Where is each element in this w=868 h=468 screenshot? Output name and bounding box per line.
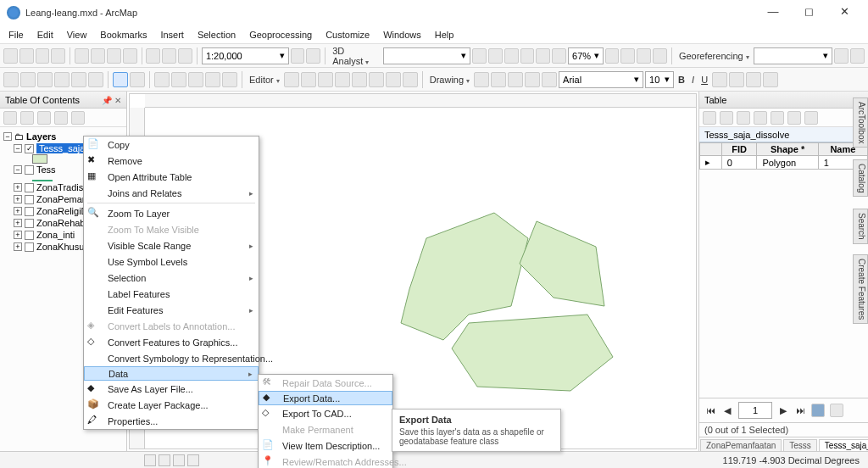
table-tab[interactable]: Tesss_saja_dissolve bbox=[819, 439, 868, 451]
attribute-table[interactable]: FIDShape *Name ▸0Polygon1 bbox=[699, 142, 868, 170]
delete-sel-icon[interactable] bbox=[804, 111, 818, 125]
sidetab-search[interactable]: Search bbox=[853, 209, 868, 244]
select-graphic-icon[interactable] bbox=[474, 72, 489, 87]
gr1-icon[interactable] bbox=[834, 48, 849, 64]
ctx-copy[interactable]: 📄Copy bbox=[84, 136, 259, 153]
measure-icon[interactable] bbox=[222, 72, 237, 87]
menu-help[interactable]: Help bbox=[430, 28, 459, 42]
ctx-selection[interactable]: Selection bbox=[84, 270, 259, 286]
new-icon[interactable] bbox=[3, 48, 18, 64]
collapse-icon[interactable]: − bbox=[14, 144, 22, 153]
a4-icon[interactable] bbox=[520, 48, 535, 64]
feature-polygon[interactable] bbox=[376, 187, 630, 408]
save-icon[interactable] bbox=[36, 48, 50, 64]
subctx-export-data[interactable]: ◆Export Data... bbox=[259, 391, 392, 405]
record-number[interactable]: 1 bbox=[738, 402, 772, 419]
a5-icon[interactable] bbox=[536, 48, 550, 64]
list-by-drawing-icon[interactable] bbox=[3, 111, 17, 125]
layer-item[interactable]: ZonaReligiD bbox=[36, 206, 88, 216]
layers-root[interactable]: Layers bbox=[26, 131, 56, 142]
menu-bookmarks[interactable]: Bookmarks bbox=[95, 28, 152, 42]
ctx-symb-to-repr[interactable]: Convert Symbology to Representation... bbox=[84, 350, 259, 366]
editor-dropdown[interactable]: Editor bbox=[247, 75, 282, 85]
clear-sel-icon[interactable] bbox=[771, 111, 784, 125]
options-icon[interactable] bbox=[71, 111, 85, 125]
identify-icon[interactable] bbox=[130, 72, 145, 87]
sidetab-create-features[interactable]: Create Features bbox=[853, 254, 868, 324]
redo-icon[interactable] bbox=[162, 48, 176, 64]
e3-icon[interactable] bbox=[318, 72, 333, 87]
show-all-icon[interactable] bbox=[811, 404, 825, 417]
undo-icon[interactable] bbox=[146, 48, 160, 64]
text-icon[interactable] bbox=[525, 72, 540, 87]
ctx-symbol-levels[interactable]: Use Symbol Levels bbox=[84, 254, 259, 270]
list-by-visibility-icon[interactable] bbox=[37, 111, 51, 125]
table-tab[interactable]: Tesss bbox=[783, 439, 817, 451]
toc-pin-icon[interactable]: 📌 bbox=[102, 96, 112, 105]
collapse-icon[interactable]: − bbox=[14, 165, 22, 174]
layer-checkbox[interactable] bbox=[25, 231, 34, 240]
list-by-selection-icon[interactable] bbox=[54, 111, 68, 125]
show-selected-icon[interactable] bbox=[830, 404, 843, 417]
bold-button[interactable]: B bbox=[676, 75, 687, 85]
customize-icon[interactable] bbox=[306, 48, 320, 64]
table-tab[interactable]: ZonaPemanfaatan bbox=[700, 439, 782, 451]
expand-icon[interactable]: + bbox=[14, 207, 22, 215]
expand-icon[interactable]: + bbox=[14, 231, 22, 239]
select-arrow-icon[interactable] bbox=[113, 72, 128, 87]
font-color-icon[interactable] bbox=[712, 72, 727, 87]
menu-file[interactable]: File bbox=[3, 28, 29, 42]
e7-icon[interactable] bbox=[386, 72, 401, 87]
ctx-layer-package[interactable]: 📦Create Layer Package... bbox=[84, 397, 259, 413]
edit-vertices-icon[interactable] bbox=[542, 72, 557, 87]
subctx-view-desc[interactable]: 📄View Item Description... bbox=[259, 437, 392, 454]
collapse-icon[interactable]: − bbox=[3, 132, 12, 141]
toc-close-icon[interactable]: ✕ bbox=[114, 96, 121, 105]
select-by-attr-icon[interactable] bbox=[737, 111, 750, 125]
pan-icon[interactable] bbox=[37, 72, 53, 87]
e5-icon[interactable] bbox=[352, 72, 367, 87]
menu-view[interactable]: View bbox=[62, 28, 92, 42]
refresh-button[interactable] bbox=[173, 454, 185, 466]
arctoolbox-icon[interactable] bbox=[605, 48, 620, 64]
table-row[interactable]: ▸0Polygon1 bbox=[700, 156, 868, 170]
drawing-dropdown[interactable]: Drawing bbox=[427, 75, 472, 85]
zo2-icon[interactable] bbox=[88, 72, 103, 87]
rotate-icon[interactable] bbox=[491, 72, 506, 87]
ctx-save-layer-file[interactable]: ◆Save As Layer File... bbox=[84, 381, 259, 397]
find-icon[interactable] bbox=[188, 72, 203, 87]
editor-toolbar-icon[interactable] bbox=[291, 48, 305, 64]
georef-layer-combo[interactable]: ▾ bbox=[754, 47, 832, 64]
delete-icon[interactable] bbox=[123, 48, 137, 64]
marker-color-icon[interactable] bbox=[763, 72, 778, 87]
fill-color-icon[interactable] bbox=[729, 72, 744, 87]
zoom-in-icon[interactable] bbox=[3, 72, 19, 87]
pause-button[interactable] bbox=[187, 454, 199, 466]
select-feature-icon[interactable] bbox=[154, 72, 170, 87]
results-icon[interactable] bbox=[653, 48, 667, 64]
menu-customize[interactable]: Customize bbox=[320, 28, 375, 42]
e4-icon[interactable] bbox=[335, 72, 350, 87]
ctx-scale-range[interactable]: Visible Scale Range bbox=[84, 237, 259, 254]
add-data-icon[interactable] bbox=[178, 48, 192, 64]
paste-icon[interactable] bbox=[107, 48, 121, 64]
prev-record-button[interactable]: ◀ bbox=[721, 405, 733, 416]
maximize-button[interactable]: ◻ bbox=[792, 3, 826, 23]
line-color-icon[interactable] bbox=[746, 72, 761, 87]
layer-item[interactable]: ZonaTradisi bbox=[36, 182, 86, 192]
subctx-export-cad[interactable]: ◇Export To CAD... bbox=[259, 405, 392, 421]
menu-selection[interactable]: Selection bbox=[192, 28, 241, 42]
layer-checkbox[interactable] bbox=[25, 207, 34, 216]
next-record-button[interactable]: ▶ bbox=[777, 405, 789, 416]
analyst-layer-combo[interactable]: ▾ bbox=[383, 47, 470, 64]
menu-windows[interactable]: Windows bbox=[378, 28, 426, 42]
menu-insert[interactable]: Insert bbox=[155, 28, 189, 42]
e1-icon[interactable] bbox=[284, 72, 299, 87]
layer-checkbox[interactable]: ✓ bbox=[25, 144, 34, 153]
zi2-icon[interactable] bbox=[71, 72, 86, 87]
ctx-remove[interactable]: ✖Remove bbox=[84, 153, 259, 169]
clear-sel-icon[interactable] bbox=[171, 72, 186, 87]
underline-button[interactable]: U bbox=[698, 75, 710, 85]
analyst-dropdown[interactable]: 3D Analyst bbox=[330, 46, 381, 66]
data-view-button[interactable] bbox=[144, 454, 156, 466]
